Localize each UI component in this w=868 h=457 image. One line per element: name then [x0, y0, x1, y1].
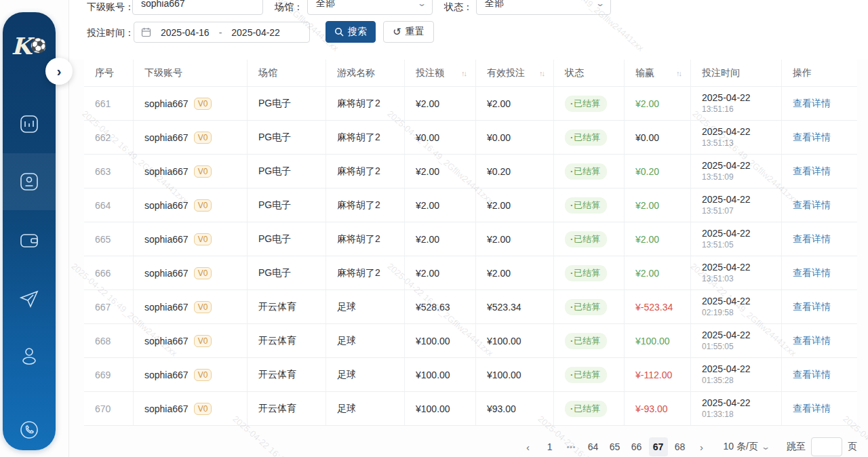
bet-clock: 01:55:05 [702, 341, 734, 353]
bet-time-cell: 2025-04-22 13:51:05 [691, 222, 782, 256]
view-details-link[interactable]: 查看详情 [793, 132, 831, 144]
bet-clock: 13:51:09 [702, 172, 734, 183]
status-badge: ·已结算 [565, 130, 607, 146]
page-number[interactable]: 64 [584, 437, 603, 456]
view-details-link[interactable]: 查看详情 [793, 335, 831, 347]
status-cell: ·已结算 [554, 155, 625, 188]
sort-icon[interactable]: ↑↓ [461, 69, 469, 77]
venue-cell: 开云体育 [248, 290, 326, 323]
more-pages[interactable]: ••• [562, 437, 581, 456]
bet-clock: 02:19:58 [702, 307, 734, 319]
jump-page-input[interactable] [811, 437, 842, 456]
view-details-link[interactable]: 查看详情 [793, 301, 831, 313]
bet-clock: 13:51:05 [702, 239, 734, 251]
phone-support-icon [17, 418, 41, 442]
filter-bar: 下级账号： sophia667 场馆： 全部 ⌄ 状态： 全部 ⌄ 投注时间： … [68, 0, 868, 60]
paper-plane-icon [17, 286, 41, 311]
search-button[interactable]: 搜索 [326, 21, 376, 43]
status-cell: ·已结算 [554, 87, 625, 120]
account-cell: sophia667 V0 [134, 87, 248, 120]
bet-date: 2025-04-22 [702, 194, 751, 205]
page-number[interactable]: 68 [671, 437, 690, 456]
reset-button[interactable]: ↺ 重置 [383, 21, 434, 43]
row-number: 667 [84, 290, 134, 323]
sidebar-item-promote[interactable] [3, 270, 56, 327]
level-badge: V0 [194, 199, 212, 212]
venue-select-value: 全部 [316, 0, 335, 9]
bet-time-label: 投注时间： [87, 27, 134, 39]
view-details-link[interactable]: 查看详情 [793, 403, 831, 415]
bet-time-cell: 2025-04-22 13:51:09 [691, 155, 782, 188]
jump-suffix-label: 页 [848, 441, 857, 453]
view-details-link[interactable]: 查看详情 [793, 233, 831, 245]
page-number[interactable]: 66 [627, 437, 646, 456]
status-cell: ·已结算 [554, 290, 625, 323]
status-dot: · [570, 166, 573, 176]
account-cell: sophia667 V0 [134, 256, 248, 290]
row-number: 666 [84, 256, 134, 290]
date-range-picker[interactable]: 2025-04-16 - 2025-04-22 [134, 22, 310, 43]
account-cell: sophia667 V0 [134, 290, 248, 323]
bet-amount-cell: ¥2.00 [405, 87, 476, 120]
venue-select[interactable]: 全部 ⌄ [307, 0, 433, 15]
search-icon [334, 27, 344, 37]
brand-logo: K⚽ [3, 33, 56, 60]
bet-amount-cell: ¥2.00 [405, 256, 476, 290]
sidebar-item-profile[interactable] [3, 328, 56, 385]
account-name: sophia667 [144, 403, 189, 414]
view-details-link[interactable]: 查看详情 [793, 267, 831, 279]
game-cell: 足球 [326, 290, 405, 323]
level-badge: V0 [194, 301, 212, 313]
game-cell: 麻将胡了2 [326, 222, 405, 256]
account-name: sophia667 [144, 234, 189, 245]
bet-amount-cell: ¥528.63 [405, 290, 476, 323]
status-cell: ·已结算 [554, 392, 625, 425]
sidebar-item-members[interactable] [3, 153, 56, 210]
page-size-select[interactable]: 10 条/页 ⌄ [724, 441, 769, 453]
view-details-link[interactable]: 查看详情 [793, 199, 831, 212]
status-select-value: 全部 [485, 0, 504, 9]
account-input[interactable]: sophia667 [132, 0, 263, 15]
account-cell: sophia667 V0 [134, 155, 248, 188]
bet-date: 2025-04-22 [702, 363, 751, 375]
next-page-button[interactable]: › [692, 437, 711, 456]
sidebar-item-service[interactable] [3, 401, 56, 457]
status-select[interactable]: 全部 ⌄ [476, 0, 611, 15]
view-details-link[interactable]: 查看详情 [793, 98, 831, 110]
level-badge: V0 [194, 267, 212, 279]
page-jump: 跳至 页 [787, 437, 857, 456]
status-badge: ·已结算 [565, 333, 607, 349]
bar-chart-icon [18, 113, 41, 136]
status-badge: ·已结算 [565, 96, 607, 112]
table-row: 664 sophia667 V0 PG电子 麻将胡了2 ¥2.00 ¥2.00 … [84, 188, 857, 222]
page-number[interactable]: 1 [540, 437, 559, 456]
date-end-value: 2025-04-22 [231, 27, 280, 38]
table-header: 序号下级账号场馆游戏名称投注额↑↓有效投注↑↓状态输赢↑↓投注时间操作 [84, 60, 857, 87]
page-number[interactable]: 65 [606, 437, 625, 456]
bet-amount-cell: ¥100.00 [405, 324, 476, 357]
date-separator: - [219, 27, 222, 38]
sidebar-expand-button[interactable]: › [45, 58, 73, 85]
page-number[interactable]: 67 [649, 437, 668, 456]
account-name: sophia667 [144, 302, 189, 313]
row-number: 664 [84, 188, 134, 222]
sort-icon[interactable]: ↑↓ [676, 69, 684, 77]
bet-clock: 01:33:18 [702, 409, 734, 420]
bet-clock: 13:51:16 [702, 104, 734, 115]
valid-bet-cell: ¥93.00 [476, 392, 554, 425]
sort-icon[interactable]: ↑↓ [539, 69, 547, 77]
action-cell: 查看详情 [782, 155, 857, 188]
chevron-down-icon: ⌄ [417, 0, 427, 8]
view-details-link[interactable]: 查看详情 [793, 165, 831, 178]
game-cell: 麻将胡了2 [326, 155, 405, 188]
bet-records-table: 序号下级账号场馆游戏名称投注额↑↓有效投注↑↓状态输赢↑↓投注时间操作 661 … [84, 60, 857, 426]
status-cell: ·已结算 [554, 222, 625, 256]
view-details-link[interactable]: 查看详情 [793, 369, 831, 381]
jump-label: 跳至 [787, 441, 806, 453]
status-cell: ·已结算 [554, 324, 625, 357]
sidebar-item-stats[interactable] [3, 96, 56, 153]
sidebar-item-wallet[interactable] [3, 212, 56, 269]
status-badge: ·已结算 [565, 299, 607, 315]
venue-cell: 开云体育 [248, 392, 326, 425]
prev-page-button[interactable]: ‹ [519, 437, 538, 456]
